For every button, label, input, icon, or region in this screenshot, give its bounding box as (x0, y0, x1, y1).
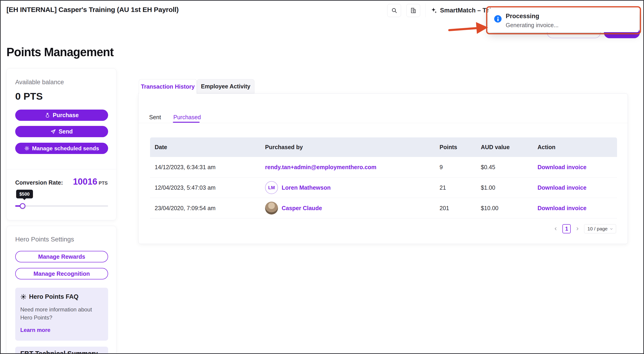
cell-aud-value: $0.45 (476, 164, 533, 171)
slider-tooltip: $500 (16, 190, 33, 198)
cell-points: 201 (435, 205, 476, 211)
settings-card-title: Hero Points Settings (15, 236, 74, 243)
page-size-select[interactable]: 10 / page (584, 224, 616, 233)
table-header-row: Date Purchased by Points AUD value Actio… (150, 137, 617, 157)
annotation-arrow-icon (448, 20, 489, 36)
table-row: 23/04/2020, 7:09:54 am Casper Claude 201… (150, 198, 617, 218)
chevron-down-icon (610, 227, 613, 230)
toast-title: Processing (506, 13, 539, 20)
tab-transaction-history[interactable]: Transaction History (139, 79, 197, 94)
conversion-unit: PTS (99, 180, 108, 185)
transactions-table: Date Purchased by Points AUD value Actio… (150, 137, 617, 218)
purchase-button[interactable]: Purchase (15, 110, 108, 121)
slider-tooltip-value: $500 (19, 191, 30, 197)
conversion-points: 10016 (73, 177, 97, 186)
subtab-sent[interactable]: Sent (149, 114, 161, 121)
manage-recognition-button[interactable]: Manage Recognition (15, 268, 108, 279)
annotation-highlight-box: Processing Generating invoice... (486, 6, 641, 34)
fbt-title: FBT Technical Summary (20, 350, 98, 354)
chevron-left-icon (554, 227, 558, 231)
sun-icon (20, 294, 26, 300)
manage-scheduled-sends-label: Manage scheduled sends (32, 145, 99, 152)
avatar-initials: LM (265, 181, 278, 194)
faq-title-row: Hero Points FAQ (20, 293, 78, 300)
balance-card: Available balance 0 PTS Purchase Send Ma… (6, 68, 116, 220)
manage-recognition-label: Manage Recognition (34, 270, 90, 277)
page-size-value: 10 / page (587, 226, 608, 232)
header-divider (426, 3, 426, 17)
conversion-rate-value: 10016PTS (73, 177, 108, 187)
manage-scheduled-sends-button[interactable]: Manage scheduled sends (15, 143, 108, 154)
transaction-history-panel: Sent Purchased Date Purchased by Points … (138, 93, 628, 244)
balance-label: Available balance (15, 79, 64, 86)
download-invoice-link[interactable]: Download invoice (538, 184, 586, 191)
slider-track[interactable] (15, 205, 108, 207)
building-icon (410, 7, 416, 13)
conversion-slider[interactable] (15, 203, 108, 209)
tab-employee-activity[interactable]: Employee Activity (197, 79, 254, 93)
card-divider (7, 169, 116, 170)
app-window: [EH INTERNAL] Casper's Training (AU 1st … (0, 0, 644, 354)
pagination-page-1[interactable]: 1 (562, 224, 571, 233)
conversion-rate-row: Conversion Rate: 10016PTS (15, 177, 108, 187)
subtab-divider (138, 123, 628, 123)
pagination-prev-button[interactable] (553, 224, 559, 233)
organisation-button[interactable] (406, 4, 420, 17)
page-title: Points Management (6, 45, 114, 59)
avatar-photo (265, 202, 278, 214)
column-header-points: Points (435, 144, 476, 151)
pagination-next-button[interactable] (574, 224, 580, 233)
search-icon (391, 7, 397, 13)
column-header-date: Date (150, 144, 260, 151)
column-header-aud-value: AUD value (476, 144, 533, 151)
purchaser-name-link[interactable]: Casper Claude (282, 205, 322, 211)
fbt-panel: FBT Technical Summary (15, 347, 108, 354)
money-bag-icon (45, 113, 50, 118)
manage-rewards-button[interactable]: Manage Rewards (15, 251, 108, 262)
info-icon (494, 15, 502, 22)
toast-notification: Processing Generating invoice... (488, 8, 639, 32)
download-invoice-link[interactable]: Download invoice (538, 205, 586, 211)
conversion-rate-label: Conversion Rate: (15, 179, 63, 186)
download-invoice-link[interactable]: Download invoice (538, 164, 586, 171)
paper-plane-icon (50, 129, 56, 134)
faq-title: Hero Points FAQ (29, 293, 78, 300)
table-row: 14/12/2023, 6:34:31 am rendy.tan+admin@e… (150, 157, 617, 177)
column-header-purchased-by: Purchased by (260, 144, 435, 151)
gear-icon (24, 146, 30, 151)
manage-rewards-label: Manage Rewards (38, 253, 85, 260)
pagination: 1 10 / page (553, 224, 616, 234)
send-button[interactable]: Send (15, 126, 108, 137)
cell-aud-value: $1.00 (476, 184, 533, 191)
subtab-ink-bar (173, 122, 200, 123)
faq-body: Need more information about Hero Points? (20, 306, 96, 322)
cell-aud-value: $10.00 (476, 205, 533, 211)
cell-points: 21 (435, 184, 476, 191)
toast-message: Generating invoice... (506, 22, 558, 28)
purchaser-name-link[interactable]: Loren Mathewson (282, 184, 331, 191)
cell-date: 14/12/2023, 6:34:31 am (150, 164, 260, 171)
hero-points-settings-card: Hero Points Settings Manage Rewards Mana… (6, 226, 116, 354)
faq-panel: Hero Points FAQ Need more information ab… (15, 288, 108, 341)
send-label: Send (58, 128, 72, 135)
subtab-purchased[interactable]: Purchased (173, 114, 201, 121)
sparkle-icon (430, 7, 437, 14)
learn-more-link[interactable]: Learn more (20, 327, 50, 333)
purchase-label: Purchase (53, 112, 79, 119)
column-header-action: Action (533, 144, 617, 151)
slider-thumb[interactable] (20, 203, 25, 209)
tooltip-caret (23, 198, 26, 200)
search-button[interactable] (387, 4, 401, 17)
cell-date: 12/04/2023, 5:47:03 am (150, 184, 260, 191)
cell-date: 23/04/2020, 7:09:54 am (150, 205, 260, 211)
table-row: 12/04/2023, 5:47:03 am LM Loren Mathewso… (150, 177, 617, 198)
app-title: [EH INTERNAL] Casper's Training (AU 1st … (6, 6, 179, 13)
purchaser-email-link[interactable]: rendy.tan+admin@employmenthero.com (265, 164, 376, 171)
balance-value: 0 PTS (15, 91, 43, 102)
cell-points: 9 (435, 164, 476, 171)
chevron-right-icon (576, 227, 579, 231)
